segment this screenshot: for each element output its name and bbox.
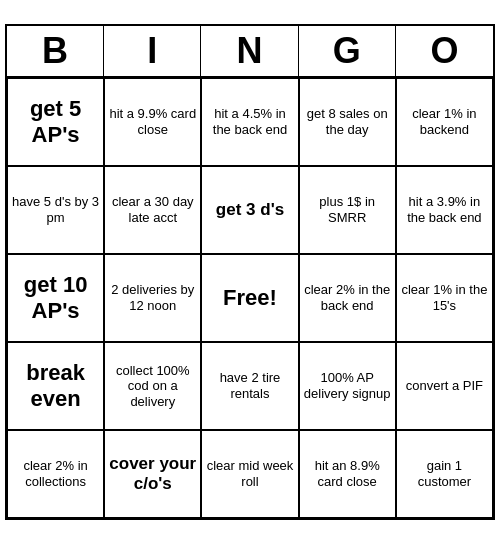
bingo-grid: get 5 AP'shit a 9.9% card closehit a 4.5… (7, 78, 493, 518)
header-n: N (201, 26, 298, 76)
bingo-card: B I N G O get 5 AP'shit a 9.9% card clos… (5, 24, 495, 520)
bingo-cell-2: hit a 4.5% in the back end (201, 78, 298, 166)
bingo-cell-14: clear 1% in the 15's (396, 254, 493, 342)
bingo-cell-17: have 2 tire rentals (201, 342, 298, 430)
bingo-cell-24: gain 1 customer (396, 430, 493, 518)
bingo-cell-13: clear 2% in the back end (299, 254, 396, 342)
bingo-cell-5: have 5 d's by 3 pm (7, 166, 104, 254)
bingo-cell-19: convert a PIF (396, 342, 493, 430)
bingo-cell-6: clear a 30 day late acct (104, 166, 201, 254)
header-i: I (104, 26, 201, 76)
bingo-header: B I N G O (7, 26, 493, 78)
bingo-cell-18: 100% AP delivery signup (299, 342, 396, 430)
bingo-cell-4: clear 1% in backend (396, 78, 493, 166)
bingo-cell-1: hit a 9.9% card close (104, 78, 201, 166)
bingo-cell-21: cover your c/o's (104, 430, 201, 518)
header-o: O (396, 26, 493, 76)
bingo-cell-9: hit a 3.9% in the back end (396, 166, 493, 254)
bingo-cell-0: get 5 AP's (7, 78, 104, 166)
bingo-cell-23: hit an 8.9% card close (299, 430, 396, 518)
header-b: B (7, 26, 104, 76)
bingo-cell-20: clear 2% in collections (7, 430, 104, 518)
bingo-cell-11: 2 deliveries by 12 noon (104, 254, 201, 342)
header-g: G (299, 26, 396, 76)
bingo-cell-22: clear mid week roll (201, 430, 298, 518)
bingo-cell-7: get 3 d's (201, 166, 298, 254)
bingo-cell-10: get 10 AP's (7, 254, 104, 342)
bingo-cell-15: break even (7, 342, 104, 430)
bingo-cell-16: collect 100% cod on a delivery (104, 342, 201, 430)
bingo-cell-8: plus 1$ in SMRR (299, 166, 396, 254)
bingo-cell-3: get 8 sales on the day (299, 78, 396, 166)
bingo-cell-12: Free! (201, 254, 298, 342)
